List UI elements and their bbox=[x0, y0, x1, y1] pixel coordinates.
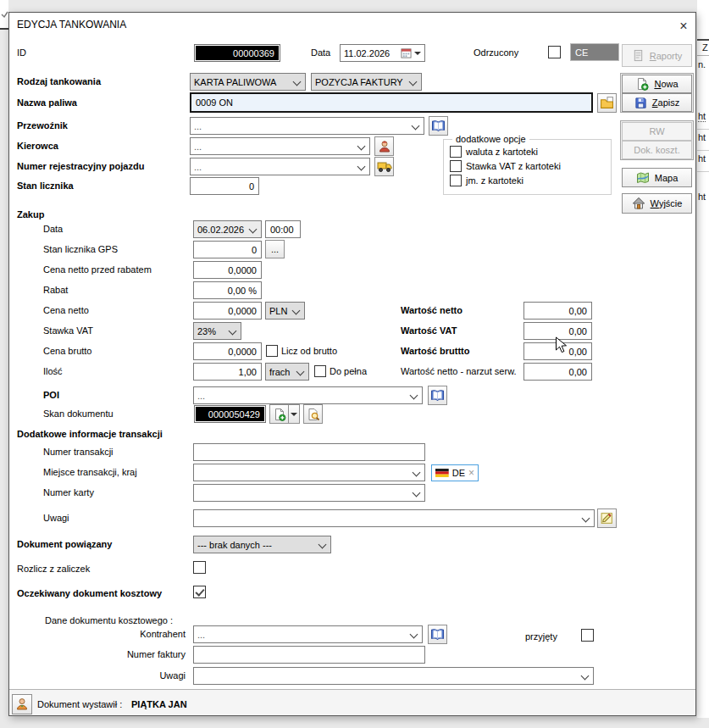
rw-button[interactable]: RW bbox=[622, 122, 692, 141]
cena-netto-przed-rabatem-label: Cena netto przed rabatem bbox=[43, 264, 152, 276]
pojazd-button[interactable] bbox=[374, 157, 394, 176]
calendar-icon bbox=[401, 47, 412, 58]
rozlicz-z-zaliczek-checkbox[interactable] bbox=[193, 561, 206, 574]
dropdown-arrow-icon bbox=[414, 52, 421, 55]
odrzucony-label: Odrzucony bbox=[474, 47, 518, 59]
close-button[interactable]: × bbox=[675, 18, 692, 35]
numer-faktury-input[interactable] bbox=[193, 646, 425, 664]
background-cell: ht bbox=[698, 153, 706, 164]
driver-icon bbox=[378, 140, 391, 153]
numer-rejestracyjny-select[interactable]: ... bbox=[190, 158, 370, 175]
cena-netto-przed-rabatem-input[interactable]: 0,0000 bbox=[193, 261, 262, 279]
zakup-time-input[interactable]: 00:00 bbox=[265, 220, 301, 238]
nowa-button[interactable]: Nowa bbox=[622, 75, 692, 93]
rabat-label: Rabat bbox=[43, 284, 68, 297]
chevron-down-icon bbox=[413, 469, 421, 477]
raporty-button[interactable]: Raporty bbox=[622, 44, 692, 67]
wartosc-netto-input[interactable]: 0,00 bbox=[523, 302, 592, 320]
desktop-background bbox=[0, 0, 8, 28]
chevron-down-icon bbox=[292, 307, 301, 315]
oczekiwany-dokument-checkbox[interactable] bbox=[193, 586, 206, 598]
stawka-vat-z-kartoteki-checkbox[interactable] bbox=[450, 160, 462, 172]
narzut-input[interactable]: 0,00 bbox=[523, 363, 592, 381]
przyjety-checkbox[interactable] bbox=[581, 629, 594, 642]
numer-karty-select[interactable] bbox=[193, 484, 425, 502]
background-cell: ht bbox=[698, 111, 706, 122]
cena-brutto-label: Cena brutto bbox=[43, 345, 91, 358]
chevron-down-icon bbox=[357, 163, 366, 171]
gps-browse-button[interactable]: ... bbox=[265, 240, 285, 258]
chip-close-icon[interactable]: × bbox=[468, 467, 474, 479]
nazwa-paliwa-input[interactable]: 0009 ON bbox=[190, 92, 593, 113]
rodzaj-tankowania-select[interactable]: KARTA PALIWOWA bbox=[190, 73, 306, 91]
wystawil-person-button[interactable] bbox=[12, 694, 32, 714]
wartosc-vat-label: Wartość VAT bbox=[401, 325, 457, 337]
jednostka-select[interactable]: frach bbox=[265, 363, 309, 381]
licz-od-brutto-checkbox[interactable] bbox=[266, 345, 278, 357]
kontrahent-label: Kontrahent bbox=[60, 628, 186, 641]
data-datepicker[interactable]: 11.02.2026 bbox=[340, 44, 425, 62]
stawka-vat-select[interactable]: 23% bbox=[193, 322, 241, 340]
przyjety-label: przyjęty bbox=[525, 631, 557, 643]
chevron-down-icon bbox=[582, 514, 590, 523]
numer-transakcji-input[interactable] bbox=[193, 443, 425, 461]
jm-z-kartoteki-label: jm. z kartoteki bbox=[466, 175, 523, 187]
dokument-powiazany-select[interactable]: --- brak danych --- bbox=[193, 536, 331, 553]
skan-dokumentu-field: 0000050429 bbox=[194, 405, 266, 423]
kierowca-button[interactable] bbox=[374, 136, 394, 156]
skan-add-button[interactable] bbox=[269, 404, 289, 424]
skan-preview-button[interactable] bbox=[303, 404, 323, 424]
poi-book-button[interactable] bbox=[428, 386, 447, 405]
ilosc-input[interactable]: 1,00 bbox=[193, 363, 262, 381]
chevron-down-icon bbox=[581, 672, 590, 681]
chevron-down-icon bbox=[410, 631, 418, 639]
background-row-line bbox=[697, 171, 709, 172]
pozycja-faktury-select[interactable]: POZYCJA FAKTURY bbox=[311, 73, 422, 91]
folder-button[interactable] bbox=[597, 93, 617, 113]
stan-licznika-label: Stan licznika bbox=[17, 180, 74, 192]
skan-add-dropdown-button[interactable] bbox=[288, 404, 300, 424]
jm-z-kartoteki-checkbox[interactable] bbox=[450, 175, 462, 186]
chevron-down-icon bbox=[410, 392, 418, 400]
chevron-down-icon bbox=[357, 142, 366, 151]
przewoznik-select[interactable]: ... bbox=[190, 117, 424, 135]
wyjscie-button[interactable]: Wyjście bbox=[622, 193, 692, 214]
przewoznik-book-button[interactable] bbox=[429, 116, 448, 136]
waluta-z-kartoteki-checkbox[interactable] bbox=[450, 146, 462, 158]
dokument-uwagi-select[interactable] bbox=[193, 667, 594, 685]
gps-input[interactable]: 0 bbox=[193, 241, 262, 258]
edit-note-icon bbox=[600, 511, 614, 525]
dok-koszt-button[interactable]: Dok. koszt. bbox=[622, 141, 692, 159]
kontrahent-book-button[interactable] bbox=[428, 625, 447, 644]
odrzucony-checkbox[interactable] bbox=[548, 46, 561, 58]
save-icon bbox=[634, 97, 647, 109]
waluta-z-kartoteki-label: waluta z kartoteki bbox=[466, 146, 538, 158]
stan-licznika-input[interactable]: 0 bbox=[190, 177, 259, 195]
do-pelna-checkbox[interactable] bbox=[314, 365, 326, 377]
cena-netto-input[interactable]: 0,0000 bbox=[193, 302, 262, 320]
zakup-data-select[interactable]: 06.02.2026 bbox=[193, 220, 262, 238]
wystawil-value: PIĄTKA JAN bbox=[131, 698, 187, 711]
zapisz-button[interactable]: Zapisz bbox=[622, 93, 692, 112]
miejsce-transakcji-label: Miejsce transakcji, kraj bbox=[43, 466, 137, 479]
background-cell: n. bbox=[698, 59, 706, 69]
cena-brutto-input[interactable]: 0,0000 bbox=[193, 342, 262, 360]
uwagi-edit-button[interactable] bbox=[597, 508, 617, 528]
mapa-button[interactable]: Mapa bbox=[622, 168, 692, 187]
poi-select[interactable]: ... bbox=[193, 386, 423, 404]
uwagi-select[interactable] bbox=[193, 509, 595, 527]
chevron-down-icon bbox=[296, 368, 305, 376]
kontrahent-select[interactable]: ... bbox=[193, 625, 423, 643]
dialog-title: EDYCJA TANKOWANIA bbox=[17, 19, 126, 31]
stawka-vat-z-kartoteki-label: Stawka VAT z kartoteki bbox=[466, 160, 561, 173]
rabat-input[interactable]: 0,00 % bbox=[193, 281, 262, 299]
home-icon bbox=[632, 197, 645, 210]
zakup-data-label: Data bbox=[43, 223, 63, 236]
kierowca-select[interactable]: ... bbox=[190, 137, 370, 155]
kraj-chip[interactable]: DE × bbox=[431, 464, 479, 481]
dodatkowe-opcje-title: dodatkowe opcje bbox=[452, 133, 529, 146]
numer-transakcji-label: Numer transakcji bbox=[43, 446, 114, 458]
footer-bar: Dokument wystawił : PIĄTKA JAN bbox=[9, 689, 695, 715]
waluta-select[interactable]: PLN bbox=[265, 302, 305, 320]
miejsce-transakcji-select[interactable] bbox=[193, 464, 425, 481]
